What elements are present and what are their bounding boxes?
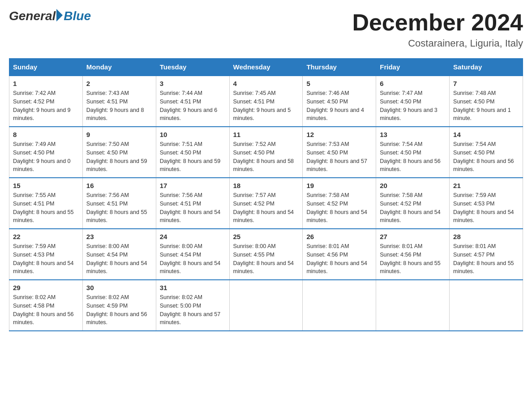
calendar-cell: 12Sunrise: 7:53 AMSunset: 4:50 PMDayligh… (303, 127, 376, 178)
day-info: Sunrise: 7:54 AMSunset: 4:50 PMDaylight:… (380, 140, 446, 174)
day-number: 18 (233, 182, 299, 189)
page-header: General Blue December 2024 Costarainera,… (9, 9, 523, 49)
day-info: Sunrise: 8:01 AMSunset: 4:56 PMDaylight:… (306, 242, 372, 276)
week-row-3: 15Sunrise: 7:55 AMSunset: 4:51 PMDayligh… (9, 178, 523, 229)
title-section: December 2024 Costarainera, Liguria, Ita… (352, 9, 523, 49)
day-number: 31 (160, 284, 226, 291)
calendar-cell: 30Sunrise: 8:02 AMSunset: 4:59 PMDayligh… (82, 280, 156, 331)
calendar-cell: 22Sunrise: 7:59 AMSunset: 4:53 PMDayligh… (9, 229, 83, 280)
calendar-cell: 10Sunrise: 7:51 AMSunset: 4:50 PMDayligh… (156, 127, 229, 178)
day-number: 28 (453, 233, 519, 240)
day-number: 14 (453, 131, 519, 138)
calendar-cell: 6Sunrise: 7:47 AMSunset: 4:50 PMDaylight… (376, 76, 450, 127)
day-info: Sunrise: 8:00 AMSunset: 4:55 PMDaylight:… (233, 242, 299, 276)
day-number: 3 (160, 80, 226, 87)
header-thursday: Thursday (303, 59, 376, 76)
day-number: 2 (86, 80, 152, 87)
day-number: 8 (13, 131, 79, 138)
calendar-cell: 13Sunrise: 7:54 AMSunset: 4:50 PMDayligh… (376, 127, 450, 178)
day-info: Sunrise: 7:51 AMSunset: 4:50 PMDaylight:… (160, 140, 226, 174)
day-info: Sunrise: 7:48 AMSunset: 4:50 PMDaylight:… (453, 89, 519, 123)
header-wednesday: Wednesday (229, 59, 303, 76)
calendar-cell: 21Sunrise: 7:59 AMSunset: 4:53 PMDayligh… (450, 178, 523, 229)
day-number: 6 (380, 80, 446, 87)
day-info: Sunrise: 7:55 AMSunset: 4:51 PMDaylight:… (13, 191, 79, 225)
day-number: 29 (13, 284, 79, 291)
day-info: Sunrise: 7:57 AMSunset: 4:52 PMDaylight:… (233, 191, 299, 225)
day-info: Sunrise: 8:02 AMSunset: 4:58 PMDaylight:… (13, 293, 79, 327)
calendar-cell (303, 280, 376, 331)
day-number: 26 (306, 233, 372, 240)
calendar-cell: 14Sunrise: 7:54 AMSunset: 4:50 PMDayligh… (450, 127, 523, 178)
calendar-cell: 18Sunrise: 7:57 AMSunset: 4:52 PMDayligh… (229, 178, 303, 229)
day-info: Sunrise: 7:58 AMSunset: 4:52 PMDaylight:… (380, 191, 446, 225)
week-row-5: 29Sunrise: 8:02 AMSunset: 4:58 PMDayligh… (9, 280, 523, 331)
calendar-cell: 19Sunrise: 7:58 AMSunset: 4:52 PMDayligh… (303, 178, 376, 229)
calendar-cell: 15Sunrise: 7:55 AMSunset: 4:51 PMDayligh… (9, 178, 83, 229)
calendar-header-row: Sunday Monday Tuesday Wednesday Thursday… (9, 59, 523, 76)
logo-blue-text: Blue (64, 9, 91, 23)
day-number: 12 (306, 131, 372, 138)
day-info: Sunrise: 7:52 AMSunset: 4:50 PMDaylight:… (233, 140, 299, 174)
calendar-cell: 11Sunrise: 7:52 AMSunset: 4:50 PMDayligh… (229, 127, 303, 178)
day-info: Sunrise: 7:53 AMSunset: 4:50 PMDaylight:… (306, 140, 372, 174)
week-row-2: 8Sunrise: 7:49 AMSunset: 4:50 PMDaylight… (9, 127, 523, 178)
day-number: 19 (306, 182, 372, 189)
header-friday: Friday (376, 59, 450, 76)
day-info: Sunrise: 7:58 AMSunset: 4:52 PMDaylight:… (306, 191, 372, 225)
header-saturday: Saturday (450, 59, 523, 76)
day-number: 13 (380, 131, 446, 138)
day-number: 5 (306, 80, 372, 87)
location-subtitle: Costarainera, Liguria, Italy (352, 38, 523, 49)
header-sunday: Sunday (9, 59, 83, 76)
day-number: 20 (380, 182, 446, 189)
calendar-cell: 27Sunrise: 8:01 AMSunset: 4:56 PMDayligh… (376, 229, 450, 280)
logo-arrow-icon (56, 9, 63, 21)
calendar-cell (376, 280, 450, 331)
calendar-cell: 3Sunrise: 7:44 AMSunset: 4:51 PMDaylight… (156, 76, 229, 127)
day-info: Sunrise: 8:01 AMSunset: 4:56 PMDaylight:… (380, 242, 446, 276)
calendar-cell: 26Sunrise: 8:01 AMSunset: 4:56 PMDayligh… (303, 229, 376, 280)
day-info: Sunrise: 8:01 AMSunset: 4:57 PMDaylight:… (453, 242, 519, 276)
day-info: Sunrise: 7:56 AMSunset: 4:51 PMDaylight:… (86, 191, 152, 225)
day-number: 7 (453, 80, 519, 87)
calendar-cell: 7Sunrise: 7:48 AMSunset: 4:50 PMDaylight… (450, 76, 523, 127)
calendar-cell: 23Sunrise: 8:00 AMSunset: 4:54 PMDayligh… (82, 229, 156, 280)
calendar-cell: 9Sunrise: 7:50 AMSunset: 4:50 PMDaylight… (82, 127, 156, 178)
header-tuesday: Tuesday (156, 59, 229, 76)
calendar-cell (450, 280, 523, 331)
header-monday: Monday (82, 59, 156, 76)
day-number: 15 (13, 182, 79, 189)
calendar-cell: 16Sunrise: 7:56 AMSunset: 4:51 PMDayligh… (82, 178, 156, 229)
logo-general-text: General (9, 9, 56, 23)
day-info: Sunrise: 8:00 AMSunset: 4:54 PMDaylight:… (86, 242, 152, 276)
calendar-cell: 29Sunrise: 8:02 AMSunset: 4:58 PMDayligh… (9, 280, 83, 331)
calendar-cell: 25Sunrise: 8:00 AMSunset: 4:55 PMDayligh… (229, 229, 303, 280)
day-info: Sunrise: 7:45 AMSunset: 4:51 PMDaylight:… (233, 89, 299, 123)
day-info: Sunrise: 7:50 AMSunset: 4:50 PMDaylight:… (86, 140, 152, 174)
week-row-1: 1Sunrise: 7:42 AMSunset: 4:52 PMDaylight… (9, 76, 523, 127)
day-info: Sunrise: 7:49 AMSunset: 4:50 PMDaylight:… (13, 140, 79, 174)
day-number: 4 (233, 80, 299, 87)
calendar-cell: 8Sunrise: 7:49 AMSunset: 4:50 PMDaylight… (9, 127, 83, 178)
day-number: 17 (160, 182, 226, 189)
day-number: 10 (160, 131, 226, 138)
logo: General Blue (9, 9, 91, 23)
day-info: Sunrise: 7:42 AMSunset: 4:52 PMDaylight:… (13, 89, 79, 123)
day-info: Sunrise: 8:00 AMSunset: 4:54 PMDaylight:… (160, 242, 226, 276)
day-info: Sunrise: 8:02 AMSunset: 5:00 PMDaylight:… (160, 293, 226, 327)
week-row-4: 22Sunrise: 7:59 AMSunset: 4:53 PMDayligh… (9, 229, 523, 280)
day-info: Sunrise: 7:59 AMSunset: 4:53 PMDaylight:… (453, 191, 519, 225)
calendar-table: Sunday Monday Tuesday Wednesday Thursday… (9, 58, 523, 331)
day-info: Sunrise: 7:54 AMSunset: 4:50 PMDaylight:… (453, 140, 519, 174)
day-info: Sunrise: 7:56 AMSunset: 4:51 PMDaylight:… (160, 191, 226, 225)
day-info: Sunrise: 7:47 AMSunset: 4:50 PMDaylight:… (380, 89, 446, 123)
day-info: Sunrise: 8:02 AMSunset: 4:59 PMDaylight:… (86, 293, 152, 327)
calendar-cell: 2Sunrise: 7:43 AMSunset: 4:51 PMDaylight… (82, 76, 156, 127)
calendar-cell: 28Sunrise: 8:01 AMSunset: 4:57 PMDayligh… (450, 229, 523, 280)
calendar-cell: 20Sunrise: 7:58 AMSunset: 4:52 PMDayligh… (376, 178, 450, 229)
day-number: 25 (233, 233, 299, 240)
day-number: 27 (380, 233, 446, 240)
day-info: Sunrise: 7:59 AMSunset: 4:53 PMDaylight:… (13, 242, 79, 276)
day-number: 9 (86, 131, 152, 138)
